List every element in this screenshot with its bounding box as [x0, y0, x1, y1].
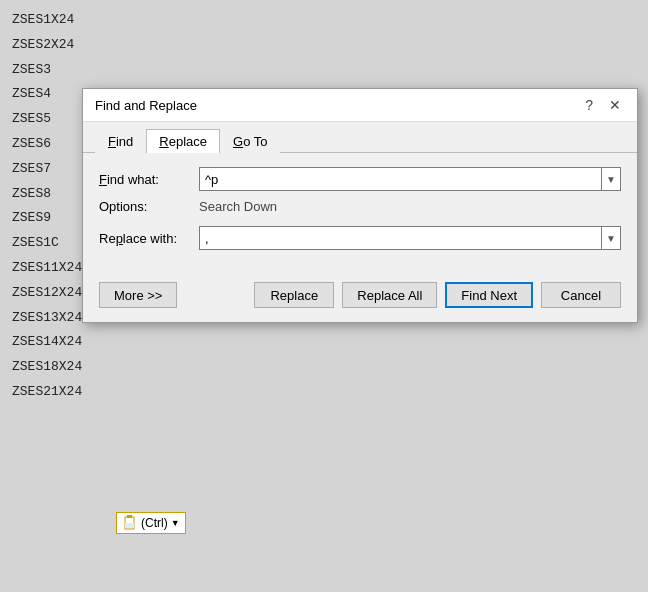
- find-what-dropdown[interactable]: ▼: [601, 167, 621, 191]
- options-label: Options:: [99, 199, 199, 214]
- find-what-row: Find what: ▼: [99, 167, 621, 191]
- tab-goto[interactable]: Go To: [220, 129, 280, 153]
- dialog-buttons: More >> Replace Replace All Find Next Ca…: [83, 272, 637, 322]
- cancel-button-label: Cancel: [561, 288, 601, 303]
- replace-all-button[interactable]: Replace All: [342, 282, 437, 308]
- close-button[interactable]: ✕: [605, 97, 625, 113]
- dialog-titlebar: Find and Replace ? ✕: [83, 89, 637, 122]
- find-what-label: Find what:: [99, 172, 199, 187]
- tab-goto-label: Go To: [233, 134, 267, 149]
- dialog-controls: ? ✕: [581, 97, 625, 113]
- replace-with-label: Replace with:: [99, 231, 199, 246]
- options-value: Search Down: [199, 199, 277, 214]
- tab-find[interactable]: Find: [95, 129, 146, 153]
- replace-button-label: Replace: [270, 288, 318, 303]
- help-button[interactable]: ?: [581, 97, 597, 113]
- replace-with-dropdown[interactable]: ▼: [601, 226, 621, 250]
- find-next-button[interactable]: Find Next: [445, 282, 533, 308]
- replace-button[interactable]: Replace: [254, 282, 334, 308]
- options-row: Options: Search Down: [99, 199, 621, 214]
- replace-with-input-container: ▼: [199, 226, 621, 250]
- find-what-input[interactable]: [199, 167, 601, 191]
- dialog-tabs: Find Replace Go To: [83, 122, 637, 153]
- more-button-label: More >>: [114, 288, 162, 303]
- tab-replace-label: Replace: [159, 134, 207, 149]
- replace-with-input[interactable]: [199, 226, 601, 250]
- tab-replace[interactable]: Replace: [146, 129, 220, 153]
- tab-find-label: Find: [108, 134, 133, 149]
- replace-with-row: Replace with: ▼: [99, 226, 621, 250]
- dialog-overlay: Find and Replace ? ✕ Find Replace Go To: [0, 0, 648, 592]
- more-button[interactable]: More >>: [99, 282, 177, 308]
- replace-all-button-label: Replace All: [357, 288, 422, 303]
- cancel-button[interactable]: Cancel: [541, 282, 621, 308]
- dialog-title: Find and Replace: [95, 98, 197, 113]
- find-what-input-container: ▼: [199, 167, 621, 191]
- dialog-body: Find what: ▼ Options: Search Down Replac…: [83, 153, 637, 272]
- find-replace-dialog: Find and Replace ? ✕ Find Replace Go To: [82, 88, 638, 323]
- find-next-button-label: Find Next: [461, 288, 517, 303]
